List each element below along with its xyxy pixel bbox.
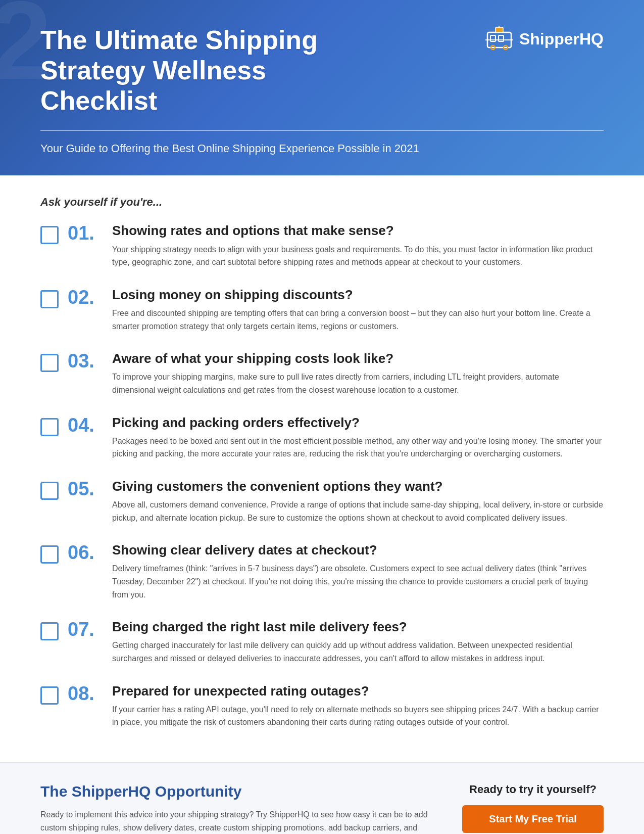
- svg-point-7: [504, 45, 508, 50]
- item-content-5: Giving customers the convenient options …: [112, 479, 604, 524]
- item-desc-6: Delivery timeframes (think: "arrives in …: [112, 562, 604, 601]
- header: 2 The Ultimate Shipping Strategy Wellnes…: [0, 0, 644, 175]
- item-number-8: 08.: [68, 683, 103, 705]
- item-title-3: Aware of what your shipping costs look l…: [112, 351, 604, 366]
- opportunity-title: The ShipperHQ Opportunity: [40, 783, 432, 800]
- checklist-item-5: 05. Giving customers the convenient opti…: [40, 479, 604, 524]
- page-title: The Ultimate Shipping Strategy Wellness …: [40, 25, 384, 116]
- item-title-5: Giving customers the convenient options …: [112, 479, 604, 494]
- checkbox-4[interactable]: [40, 418, 59, 436]
- checkbox-8[interactable]: [40, 686, 59, 705]
- header-subtitle: Your Guide to Offering the Best Online S…: [40, 142, 604, 155]
- checklist-item-2: 02. Losing money on shipping discounts? …: [40, 287, 604, 333]
- item-title-6: Showing clear delivery dates at checkout…: [112, 542, 604, 558]
- checklist-item-8: 08. Prepared for unexpected rating outag…: [40, 683, 604, 729]
- opportunity-left: The ShipperHQ Opportunity Ready to imple…: [40, 783, 432, 834]
- item-title-7: Being charged the right last mile delive…: [112, 619, 604, 635]
- ask-label: Ask yourself if you're...: [40, 196, 604, 209]
- item-content-3: Aware of what your shipping costs look l…: [112, 351, 604, 396]
- item-content-7: Being charged the right last mile delive…: [112, 619, 604, 665]
- item-title-8: Prepared for unexpected rating outages?: [112, 683, 604, 699]
- checkbox-3[interactable]: [40, 354, 59, 372]
- item-number-7: 07.: [68, 619, 103, 640]
- item-title-4: Picking and packing orders effectively?: [112, 415, 604, 431]
- svg-rect-1: [490, 35, 496, 41]
- svg-rect-4: [496, 27, 503, 32]
- checklist-list: 01. Showing rates and options that make …: [40, 223, 604, 729]
- item-desc-4: Packages need to be boxed and sent out i…: [112, 435, 604, 460]
- item-title-2: Losing money on shipping discounts?: [112, 287, 604, 303]
- item-number-2: 02.: [68, 287, 103, 308]
- opportunity-section: The ShipperHQ Opportunity Ready to imple…: [0, 762, 644, 834]
- item-content-2: Losing money on shipping discounts? Free…: [112, 287, 604, 333]
- main-content: Ask yourself if you're... 01. Showing ra…: [0, 175, 644, 747]
- checkbox-7[interactable]: [40, 622, 59, 640]
- checklist-item-7: 07. Being charged the right last mile de…: [40, 619, 604, 665]
- header-divider: [40, 130, 604, 131]
- item-content-8: Prepared for unexpected rating outages? …: [112, 683, 604, 729]
- item-content-4: Picking and packing orders effectively? …: [112, 415, 604, 460]
- checklist-item-6: 06. Showing clear delivery dates at chec…: [40, 542, 604, 601]
- svg-rect-2: [499, 35, 504, 41]
- checkbox-1[interactable]: [40, 226, 59, 244]
- logo: ShipperHQ: [485, 25, 604, 53]
- item-number-6: 06.: [68, 542, 103, 564]
- opportunity-desc: Ready to implement this advice into your…: [40, 808, 432, 834]
- checklist-item-3: 03. Aware of what your shipping costs lo…: [40, 351, 604, 396]
- item-number-3: 03.: [68, 351, 103, 372]
- page: 2 The Ultimate Shipping Strategy Wellnes…: [0, 0, 644, 834]
- checklist-item-1: 01. Showing rates and options that make …: [40, 223, 604, 268]
- svg-rect-0: [487, 32, 511, 48]
- item-content-6: Showing clear delivery dates at checkout…: [112, 542, 604, 601]
- checkbox-6[interactable]: [40, 545, 59, 564]
- svg-point-6: [491, 45, 495, 50]
- cta-heading: Ready to try it yourself?: [469, 783, 597, 796]
- checkbox-5[interactable]: [40, 482, 59, 500]
- item-desc-8: If your carrier has a rating API outage,…: [112, 703, 604, 729]
- item-number-1: 01.: [68, 223, 103, 244]
- item-desc-3: To improve your shipping margins, make s…: [112, 370, 604, 396]
- start-trial-button[interactable]: Start My Free Trial: [462, 805, 604, 833]
- bg-decoration: 2: [0, 0, 52, 96]
- item-desc-1: Your shipping strategy needs to align wi…: [112, 243, 604, 269]
- shipperhq-logo-icon: [485, 25, 513, 53]
- item-content-1: Showing rates and options that make sens…: [112, 223, 604, 268]
- item-desc-7: Getting charged inaccurately for last mi…: [112, 639, 604, 665]
- opportunity-right: Ready to try it yourself? Start My Free …: [462, 783, 604, 833]
- item-number-4: 04.: [68, 415, 103, 436]
- logo-text: ShipperHQ: [519, 30, 604, 49]
- item-title-1: Showing rates and options that make sens…: [112, 223, 604, 239]
- item-number-5: 05.: [68, 479, 103, 500]
- item-desc-5: Above all, customers demand convenience.…: [112, 498, 604, 524]
- checklist-item-4: 04. Picking and packing orders effective…: [40, 415, 604, 460]
- checkbox-2[interactable]: [40, 290, 59, 308]
- item-desc-2: Free and discounted shipping are temptin…: [112, 307, 604, 333]
